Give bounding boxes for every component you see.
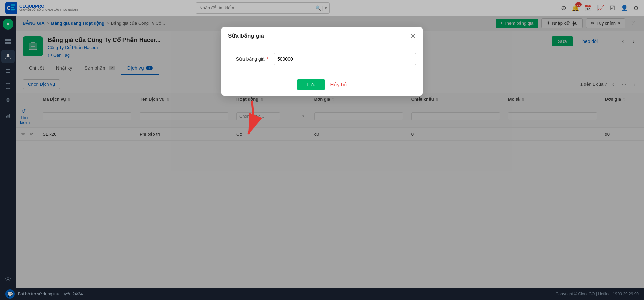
modal-overlay: Sửa bảng giá ✕ Sửa bảng giá * Lưu Hủy bỏ bbox=[0, 0, 644, 300]
required-star: * bbox=[267, 56, 268, 62]
modal-footer: Lưu Hủy bỏ bbox=[221, 73, 423, 96]
form-label: Sửa bảng giá * bbox=[228, 56, 268, 62]
form-row: Sửa bảng giá * bbox=[228, 53, 416, 65]
modal-header: Sửa bảng giá ✕ bbox=[221, 27, 423, 45]
modal-title: Sửa bảng giá bbox=[228, 32, 264, 39]
luu-button[interactable]: Lưu bbox=[297, 79, 325, 90]
huy-bo-button[interactable]: Hủy bỏ bbox=[330, 82, 347, 88]
modal-close-button[interactable]: ✕ bbox=[410, 33, 416, 39]
sua-bang-gia-modal: Sửa bảng giá ✕ Sửa bảng giá * Lưu Hủy bỏ bbox=[221, 27, 423, 96]
modal-body: Sửa bảng giá * bbox=[221, 45, 423, 73]
sua-bang-gia-input[interactable] bbox=[274, 53, 416, 65]
